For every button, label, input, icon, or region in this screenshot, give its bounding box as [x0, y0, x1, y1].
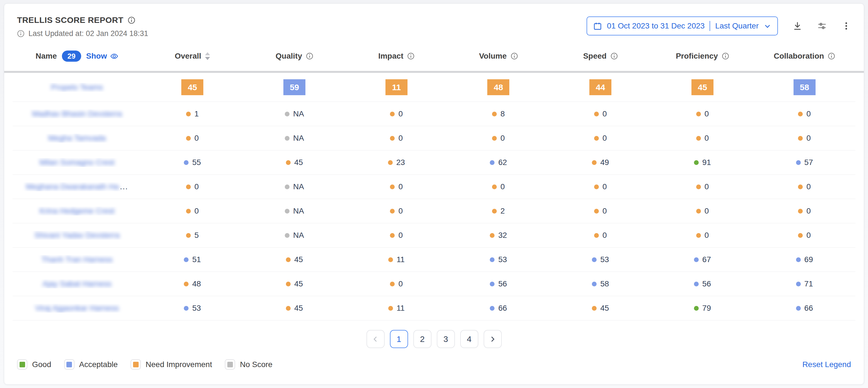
score-value: 0: [806, 207, 811, 215]
score-dot: [184, 306, 189, 311]
team-name-link[interactable]: Propelo Teams: [51, 83, 103, 92]
score-value: 0: [602, 207, 607, 215]
score-dot: [490, 160, 495, 165]
score-cell: 0: [345, 134, 447, 143]
score-value: 0: [602, 110, 607, 118]
score-dot: [798, 184, 803, 189]
member-name-link[interactable]: Krina Hedgeme Crest: [39, 207, 114, 215]
legend-item-no-score[interactable]: No Score: [225, 359, 273, 369]
score-cell: 53: [550, 255, 652, 264]
score-cell: 0: [652, 182, 754, 191]
download-icon: [793, 21, 802, 31]
column-info-icon[interactable]: [611, 53, 618, 60]
report-header: TRELLIS SCORE REPORT Last Updated at: 02…: [4, 16, 864, 38]
score-dot: [798, 233, 803, 238]
legend-item-good[interactable]: Good: [17, 359, 51, 369]
name-cell: Viraj Ajgaonkar Harness: [12, 304, 142, 312]
page-title: TRELLIS SCORE REPORT: [17, 16, 123, 25]
score-value: 0: [806, 134, 811, 143]
score-value: 69: [804, 255, 813, 264]
widget-settings-button[interactable]: [817, 21, 827, 31]
column-info-icon[interactable]: [828, 53, 835, 60]
pagination-page-2[interactable]: 2: [413, 330, 432, 348]
score-cell: NA: [244, 134, 346, 143]
score-cell: 23: [345, 158, 447, 167]
member-name-link[interactable]: Megha Tamvada: [48, 134, 106, 143]
column-header-impact: Impact: [345, 52, 447, 61]
score-dot: [186, 233, 191, 238]
report-info-icon[interactable]: [128, 17, 135, 24]
legend-checkbox: [64, 359, 74, 369]
score-value: NA: [293, 182, 304, 191]
score-cell: 48: [142, 279, 244, 288]
score-value: 0: [705, 182, 709, 191]
column-info-icon[interactable]: [407, 53, 414, 60]
pagination-page-1[interactable]: 1: [390, 330, 408, 348]
score-cell: 55: [142, 158, 244, 167]
score-chip: 59: [283, 79, 305, 95]
member-name-link[interactable]: Milan Somagno Crest: [39, 158, 114, 167]
score-dot: [696, 112, 701, 116]
reset-legend-link[interactable]: Reset Legend: [802, 360, 851, 369]
score-dot: [285, 233, 289, 238]
member-name-link[interactable]: Madhav Bhasin Devsterra: [32, 110, 122, 118]
score-cell: 0: [550, 110, 652, 118]
score-dot: [492, 184, 497, 189]
pagination-prev-button[interactable]: [367, 330, 384, 348]
kebab-menu-icon: [841, 21, 851, 31]
score-cell: 0: [652, 110, 754, 118]
last-updated-info-icon: [17, 30, 25, 37]
score-dot: [186, 112, 191, 116]
score-cell: 0: [753, 231, 856, 240]
pagination: 1234: [4, 330, 864, 348]
pagination-page-4[interactable]: 4: [460, 330, 478, 348]
date-range-picker[interactable]: 01 Oct 2023 to 31 Dec 2023 Last Quarter: [587, 17, 778, 35]
score-cell: 0: [652, 207, 754, 215]
member-name-link[interactable]: Viraj Ajgaonkar Harness: [35, 304, 119, 312]
score-cell: 51: [142, 255, 244, 264]
score-cell: 11: [345, 255, 447, 264]
score-cell: 45: [652, 79, 754, 95]
score-value: 53: [498, 255, 507, 264]
score-cell: NA: [244, 182, 346, 191]
score-value: NA: [293, 231, 304, 240]
score-cell: 0: [550, 134, 652, 143]
score-value: 0: [398, 182, 403, 191]
pagination-page-3[interactable]: 3: [437, 330, 455, 348]
pagination-next-button[interactable]: [484, 330, 502, 348]
score-cell: 0: [550, 207, 652, 215]
score-dot: [285, 136, 289, 141]
score-value: 91: [702, 158, 711, 167]
score-cell: 32: [447, 231, 550, 240]
score-dot: [594, 233, 599, 238]
score-value: 0: [194, 207, 199, 215]
score-value: 58: [600, 279, 609, 288]
show-names-button[interactable]: Show: [86, 52, 119, 61]
score-value: 0: [705, 134, 709, 143]
score-dot: [796, 306, 801, 311]
legend-label: Good: [32, 360, 51, 369]
download-button[interactable]: [793, 21, 802, 31]
column-info-icon[interactable]: [511, 53, 518, 60]
score-cell: 66: [753, 304, 856, 312]
more-options-button[interactable]: [841, 21, 851, 31]
score-value: 0: [398, 231, 403, 240]
member-name-link[interactable]: Meghana Dwarakanath Ha: [26, 182, 119, 191]
column-info-icon[interactable]: [306, 53, 313, 60]
legend-item-need-improvement[interactable]: Need Improvement: [130, 359, 212, 369]
legend-item-acceptable[interactable]: Acceptable: [64, 359, 118, 369]
member-name-link[interactable]: Ajay Sabat Harness: [42, 279, 111, 288]
sort-icon[interactable]: [205, 52, 210, 60]
score-cell: 1: [142, 110, 244, 118]
member-name-link[interactable]: Shivani Yadav Devsterra: [34, 231, 120, 240]
score-dot: [594, 184, 599, 189]
score-dot: [798, 136, 803, 141]
legend-swatch: [66, 362, 72, 367]
table-row: Shivani Yadav Devsterra5NA032000: [12, 223, 856, 247]
score-cell: 71: [753, 279, 856, 288]
score-cell: 79: [652, 304, 754, 312]
score-value: 0: [806, 110, 811, 118]
show-label: Show: [86, 52, 107, 61]
column-info-icon[interactable]: [722, 53, 729, 60]
member-name-link[interactable]: Thanh Tran Harness: [41, 255, 113, 264]
